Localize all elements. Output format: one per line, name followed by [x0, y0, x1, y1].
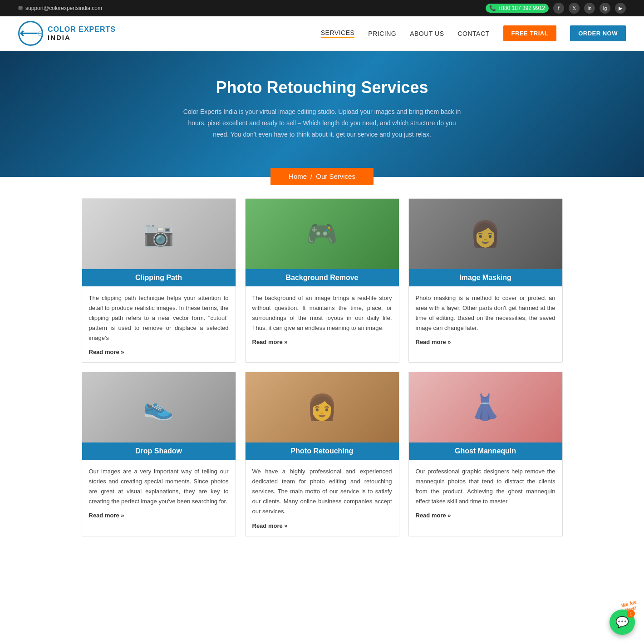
service-image-image-masking: 👩 [409, 199, 562, 269]
read-more-photo-retouching[interactable]: Read more » [252, 522, 288, 529]
service-title-image-masking: Image Masking [409, 269, 562, 286]
service-description-drop-shadow: Our images are a very important way of t… [89, 467, 229, 506]
service-description-ghost-mannequin: Our professional graphic designers help … [416, 467, 556, 506]
breadcrumb-separator: / [310, 172, 312, 180]
service-body-image-masking: Photo masking is a method to cover or pr… [409, 286, 562, 352]
header: ⟵ COLOR EXPERTS INDIA SERVICES PRICING A… [0, 16, 644, 51]
hero-title: Photo Retouching Services [91, 78, 553, 97]
logo-text: COLOR EXPERTS INDIA [48, 25, 116, 42]
service-body-background-remove: The background of an image brings a real… [246, 286, 399, 352]
logo-color: COLOR EXPERTS [48, 25, 116, 33]
linkedin-icon[interactable]: in [584, 3, 595, 14]
service-description-clipping-path: The clipping path technique helps your a… [89, 293, 229, 343]
read-more-drop-shadow[interactable]: Read more » [89, 512, 124, 519]
main-nav: SERVICES PRICING ABOUT US CONTACT FREE T… [321, 25, 626, 41]
twitter-icon[interactable]: 𝕏 [569, 3, 580, 14]
breadcrumb-section: Home / Our Services [0, 168, 644, 185]
svg-text:⟵: ⟵ [38, 32, 42, 34]
service-title-ghost-mannequin: Ghost Mannequin [409, 442, 562, 460]
service-image-photo-retouching: 👩 [246, 372, 399, 442]
service-card-photo-retouching: 👩 Photo Retouching We have a highly prof… [245, 372, 399, 536]
service-body-clipping-path: The clipping path technique helps your a… [82, 286, 236, 362]
nav-services[interactable]: SERVICES [321, 29, 355, 38]
service-card-background-remove: 🎮 Background Remove The background of an… [245, 198, 399, 363]
nav-pricing[interactable]: PRICING [368, 30, 396, 37]
read-more-image-masking[interactable]: Read more » [416, 339, 451, 345]
email-icon: ✉ [18, 5, 23, 11]
service-description-background-remove: The background of an image brings a real… [252, 293, 392, 333]
read-more-ghost-mannequin[interactable]: Read more » [416, 512, 451, 519]
services-section: 📷 Clipping Path The clipping path techni… [73, 198, 572, 536]
service-image-drop-shadow: 👟 [82, 372, 236, 442]
top-bar: ✉ support@colorexpertsindia.com 📞 +880 1… [0, 0, 644, 16]
logo-india: INDIA [48, 34, 71, 41]
hero-section: Photo Retouching Services Color Experts … [0, 51, 644, 177]
nav-contact[interactable]: CONTACT [457, 30, 489, 37]
breadcrumb-bar: Home / Our Services [270, 168, 374, 185]
service-image-clipping-path: 📷 [82, 199, 236, 269]
service-title-drop-shadow: Drop Shadow [82, 442, 236, 460]
facebook-icon[interactable]: f [553, 3, 564, 14]
phone-icon: 📞 [489, 5, 496, 11]
service-card-image-masking: 👩 Image Masking Photo masking is a metho… [408, 198, 563, 363]
service-title-background-remove: Background Remove [246, 269, 399, 286]
phone-badge[interactable]: 📞 +880 187 392 9912 [486, 4, 549, 13]
service-card-drop-shadow: 👟 Drop Shadow Our images are a very impo… [82, 372, 236, 536]
service-body-photo-retouching: We have a highly professional and experi… [246, 460, 399, 536]
nav-about[interactable]: ABOUT US [410, 30, 444, 37]
email-address: support@colorexpertsindia.com [25, 5, 102, 11]
service-body-ghost-mannequin: Our professional graphic designers help … [409, 460, 562, 526]
read-more-background-remove[interactable]: Read more » [252, 339, 288, 345]
breadcrumb-home[interactable]: Home [289, 172, 307, 180]
services-grid: 📷 Clipping Path The clipping path techni… [82, 198, 563, 536]
hero-description: Color Experts India is your virtual imag… [182, 106, 463, 141]
top-bar-right: 📞 +880 187 392 9912 f 𝕏 in ig ▶ [486, 3, 626, 14]
youtube-icon[interactable]: ▶ [615, 3, 626, 14]
service-title-clipping-path: Clipping Path [82, 269, 236, 286]
service-card-ghost-mannequin: 👗 Ghost Mannequin Our professional graph… [408, 372, 563, 536]
service-card-clipping-path: 📷 Clipping Path The clipping path techni… [82, 198, 236, 363]
phone-number: +880 187 392 9912 [498, 5, 545, 11]
free-trial-button[interactable]: FREE TRIAL [503, 25, 557, 41]
logo[interactable]: ⟵ COLOR EXPERTS INDIA [18, 21, 116, 46]
top-bar-left: ✉ support@colorexpertsindia.com [18, 5, 102, 11]
logo-icon: ⟵ [18, 21, 43, 46]
instagram-icon[interactable]: ig [600, 3, 610, 14]
service-image-ghost-mannequin: 👗 [409, 372, 562, 442]
service-body-drop-shadow: Our images are a very important way of t… [82, 460, 236, 526]
order-now-button[interactable]: ORDER NOW [570, 25, 626, 41]
service-description-image-masking: Photo masking is a method to cover or pr… [416, 293, 556, 333]
service-description-photo-retouching: We have a highly professional and experi… [252, 467, 392, 516]
service-image-background-remove: 🎮 [246, 199, 399, 269]
read-more-clipping-path[interactable]: Read more » [89, 349, 124, 355]
breadcrumb-current: Our Services [316, 172, 355, 180]
service-title-photo-retouching: Photo Retouching [246, 442, 399, 460]
